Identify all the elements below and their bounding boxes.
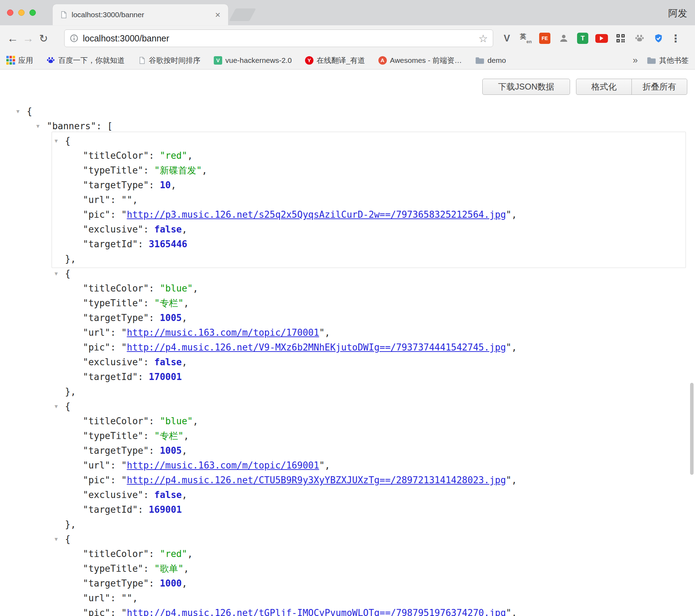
json-line: "targetType": 1005, bbox=[0, 443, 695, 458]
json-token-p: , bbox=[184, 431, 189, 441]
extension-contacts[interactable] bbox=[554, 30, 573, 47]
json-token-b: false bbox=[154, 490, 182, 500]
json-token-p: : bbox=[110, 209, 121, 220]
menu-dots-icon[interactable]: ⋮ bbox=[668, 31, 683, 46]
bookmark-item[interactable]: 应用 bbox=[6, 55, 33, 65]
close-window-button[interactable] bbox=[7, 9, 13, 16]
json-token-k: "url" bbox=[83, 593, 110, 603]
json-link[interactable]: http://p4.music.126.net/CTU5B9R9y3XyYBZX… bbox=[127, 475, 506, 485]
extension-vimium[interactable]: V bbox=[497, 30, 516, 47]
json-token-p: : bbox=[110, 460, 121, 471]
json-token-p: , bbox=[182, 490, 187, 500]
window-controls bbox=[7, 9, 36, 16]
json-line: "typeTitle": "新碟首发", bbox=[0, 163, 695, 178]
address-bar[interactable]: localhost:3000/banner ☆ bbox=[64, 30, 493, 47]
json-token-p: " bbox=[506, 209, 511, 220]
json-token-p: : bbox=[110, 475, 121, 485]
json-token-p: }, bbox=[65, 519, 76, 530]
extension-tampermonkey[interactable]: T bbox=[573, 30, 592, 47]
bookmark-item[interactable]: 谷歌按时间排序 bbox=[138, 55, 200, 65]
collapse-triangle-icon[interactable]: ▼ bbox=[52, 532, 60, 546]
bookmark-item[interactable]: 百度一下，你就知道 bbox=[46, 55, 125, 65]
json-link[interactable]: http://music.163.com/m/topic/169001 bbox=[127, 460, 319, 471]
json-line: "titleColor": "blue", bbox=[0, 414, 695, 428]
bookmark-star-icon[interactable]: ☆ bbox=[478, 32, 488, 45]
json-link[interactable]: http://music.163.com/m/topic/170001 bbox=[127, 327, 319, 338]
new-tab-button[interactable] bbox=[229, 8, 256, 21]
json-token-p: , bbox=[171, 180, 176, 190]
collapse-triangle-icon[interactable]: ▼ bbox=[34, 119, 42, 133]
json-token-k: "targetType" bbox=[83, 180, 149, 190]
json-token-p: : bbox=[149, 578, 160, 589]
back-icon[interactable]: ← bbox=[5, 31, 20, 46]
json-token-k: "targetId" bbox=[83, 504, 138, 515]
json-line: "targetType": 10, bbox=[0, 178, 695, 192]
json-token-p: : bbox=[143, 224, 154, 235]
profile-name[interactable]: 阿发 bbox=[668, 7, 687, 20]
json-line: "pic": "http://p4.music.126.net/tGPljf-I… bbox=[0, 605, 695, 616]
extension-fe-helper[interactable]: FE bbox=[535, 30, 554, 47]
json-token-p: : bbox=[149, 150, 160, 161]
other-bookmarks-folder[interactable]: 其他书签 bbox=[647, 55, 689, 65]
collapse-triangle-icon[interactable]: ▼ bbox=[14, 104, 22, 119]
json-token-p: : bbox=[149, 180, 160, 190]
extension-security-shield[interactable] bbox=[649, 30, 668, 47]
json-token-p: , bbox=[182, 445, 187, 456]
bookmark-item[interactable]: Vvue-hackernews-2.0 bbox=[214, 56, 292, 65]
collapse-triangle-icon[interactable]: ▼ bbox=[52, 266, 60, 281]
json-token-p: }, bbox=[65, 254, 76, 264]
tab-title: localhost:3000/banner bbox=[72, 11, 214, 19]
folder-icon bbox=[647, 57, 656, 64]
bookmarks-overflow-chevron[interactable]: » bbox=[633, 55, 638, 66]
collapse-triangle-icon[interactable]: ▼ bbox=[52, 399, 60, 414]
json-token-k: "pic" bbox=[83, 342, 110, 353]
json-lines: ▼{▼"banners": [▼{"titleColor": "red","ty… bbox=[0, 104, 695, 616]
bookmark-item[interactable]: demo bbox=[475, 56, 506, 65]
json-token-p: , bbox=[511, 342, 517, 353]
json-token-p: " bbox=[121, 475, 127, 485]
json-token-p: : bbox=[143, 563, 154, 574]
json-token-k: "typeTitle" bbox=[83, 165, 143, 176]
json-token-s: "red" bbox=[160, 549, 187, 559]
bookmark-item[interactable]: Y在线翻译_有道 bbox=[305, 55, 365, 65]
page-icon bbox=[60, 11, 67, 19]
browser-tab[interactable]: localhost:3000/banner × bbox=[53, 4, 228, 25]
json-token-k: "pic" bbox=[83, 209, 110, 220]
reload-icon[interactable]: ↻ bbox=[36, 31, 51, 46]
bookmark-item[interactable]: AAwesomes - 前端资… bbox=[378, 55, 462, 65]
extension-qr-code[interactable] bbox=[611, 30, 630, 47]
json-token-s: "新碟首发" bbox=[154, 165, 202, 176]
collapse-all-button[interactable]: 折叠所有 bbox=[631, 79, 687, 95]
download-json-button[interactable]: 下载JSON数据 bbox=[482, 79, 570, 95]
json-token-p: : bbox=[143, 298, 154, 308]
maximize-window-button[interactable] bbox=[29, 9, 36, 16]
page-info-icon[interactable] bbox=[70, 34, 79, 43]
json-line: ▼{ bbox=[0, 266, 695, 281]
format-button[interactable]: 格式化 bbox=[576, 79, 632, 95]
json-token-k: "targetType" bbox=[83, 445, 149, 456]
json-token-k: "targetId" bbox=[83, 372, 138, 382]
json-token-b: false bbox=[154, 357, 182, 367]
json-token-p: : bbox=[149, 445, 160, 456]
tab-close-icon[interactable]: × bbox=[214, 10, 221, 19]
json-line: "pic": "http://p4.music.126.net/V9-MXz6b… bbox=[0, 340, 695, 355]
json-token-p: , bbox=[511, 608, 517, 616]
json-link[interactable]: http://p3.music.126.net/s25q2x5QyqsAzilC… bbox=[127, 209, 506, 220]
scrollbar-thumb[interactable] bbox=[690, 383, 694, 475]
json-token-b: false bbox=[154, 224, 182, 235]
url-text[interactable]: localhost:3000/banner bbox=[83, 33, 478, 44]
collapse-triangle-icon[interactable]: ▼ bbox=[52, 133, 60, 148]
extension-youtube[interactable] bbox=[592, 30, 611, 47]
json-token-s: "blue" bbox=[160, 283, 193, 294]
json-line: }, bbox=[0, 384, 695, 399]
extension-paw[interactable] bbox=[630, 30, 649, 47]
json-link[interactable]: http://p4.music.126.net/V9-MXz6b2MNhEKju… bbox=[127, 342, 506, 353]
json-line: ▼{ bbox=[0, 399, 695, 414]
json-link[interactable]: http://p4.music.126.net/tGPljf-IMOCyPvum… bbox=[127, 608, 506, 616]
extension-translate[interactable]: 英en bbox=[516, 30, 535, 47]
minimize-window-button[interactable] bbox=[18, 9, 25, 16]
json-token-p: : bbox=[149, 416, 160, 426]
tab-strip: localhost:3000/banner × 阿发 bbox=[0, 0, 695, 25]
json-line: "pic": "http://p4.music.126.net/CTU5B9R9… bbox=[0, 473, 695, 487]
vue-icon: V bbox=[214, 56, 222, 65]
